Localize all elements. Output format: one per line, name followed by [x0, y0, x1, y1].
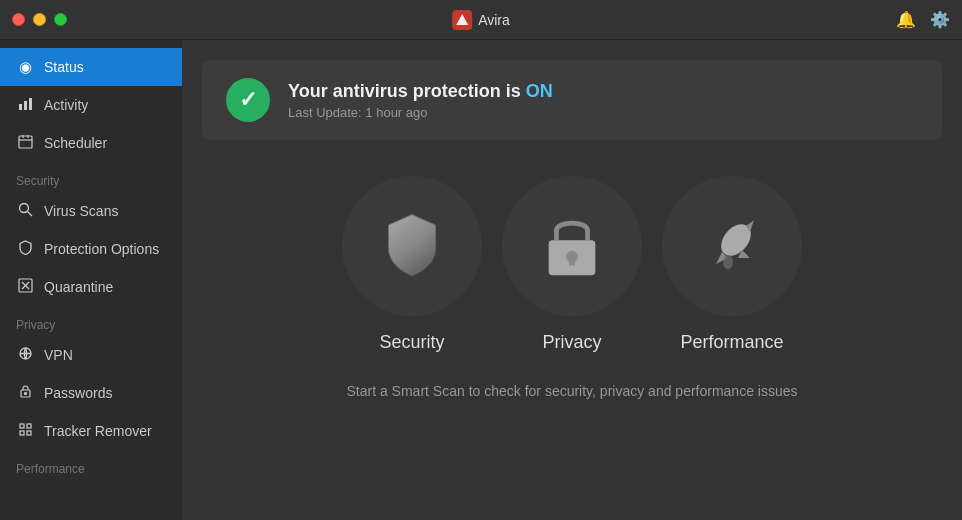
privacy-card[interactable]: Privacy	[502, 176, 642, 353]
status-title: Your antivirus protection is ON	[288, 81, 553, 102]
main-content: Your antivirus protection is ON Last Upd…	[182, 40, 962, 520]
vpn-icon	[16, 346, 34, 364]
performance-card-label: Performance	[680, 332, 783, 353]
performance-card-circle	[662, 176, 802, 316]
svg-rect-1	[24, 101, 27, 110]
security-card-label: Security	[379, 332, 444, 353]
main-layout: ◉ Status Activity S	[0, 40, 962, 520]
window-controls	[12, 13, 67, 26]
passwords-icon	[16, 384, 34, 402]
titlebar-actions: 🔔 ⚙️	[896, 10, 950, 29]
sidebar: ◉ Status Activity S	[0, 40, 182, 520]
svg-line-8	[27, 212, 32, 217]
titlebar: Avira 🔔 ⚙️	[0, 0, 962, 40]
sidebar-item-label: Passwords	[44, 385, 112, 401]
svg-rect-2	[29, 98, 32, 110]
status-banner: Your antivirus protection is ON Last Upd…	[202, 60, 942, 140]
security-card-circle	[342, 176, 482, 316]
tracker-remover-icon	[16, 422, 34, 440]
activity-icon	[16, 96, 34, 114]
sidebar-item-tracker-remover[interactable]: Tracker Remover	[0, 412, 182, 450]
sidebar-item-label: Tracker Remover	[44, 423, 152, 439]
privacy-card-circle	[502, 176, 642, 316]
notification-icon[interactable]: 🔔	[896, 10, 916, 29]
svg-rect-20	[569, 257, 575, 266]
status-icon: ◉	[16, 58, 34, 76]
settings-icon[interactable]: ⚙️	[930, 10, 950, 29]
svg-rect-14	[20, 424, 24, 428]
status-title-prefix: Your antivirus protection is	[288, 81, 526, 101]
protection-options-icon	[16, 240, 34, 258]
sidebar-item-label: Protection Options	[44, 241, 159, 257]
titlebar-center: Avira	[452, 10, 510, 30]
svg-point-13	[24, 393, 26, 395]
quarantine-icon	[16, 278, 34, 296]
security-shield-icon	[377, 211, 447, 281]
scheduler-icon	[16, 134, 34, 152]
sidebar-item-passwords[interactable]: Passwords	[0, 374, 182, 412]
avira-logo-icon	[452, 10, 472, 30]
status-title-on: ON	[526, 81, 553, 101]
svg-rect-16	[27, 424, 31, 428]
sidebar-item-quarantine[interactable]: Quarantine	[0, 268, 182, 306]
sidebar-item-label: Virus Scans	[44, 203, 118, 219]
maximize-button[interactable]	[54, 13, 67, 26]
sidebar-item-virus-scans[interactable]: Virus Scans	[0, 192, 182, 230]
status-text-block: Your antivirus protection is ON Last Upd…	[288, 81, 553, 120]
sidebar-item-label: VPN	[44, 347, 73, 363]
sidebar-item-scheduler[interactable]: Scheduler	[0, 124, 182, 162]
svg-rect-3	[19, 136, 32, 148]
security-card[interactable]: Security	[342, 176, 482, 353]
sidebar-item-label: Quarantine	[44, 279, 113, 295]
virus-scans-icon	[16, 202, 34, 220]
svg-rect-15	[20, 431, 24, 435]
app-title: Avira	[478, 12, 510, 28]
sidebar-item-label: Scheduler	[44, 135, 107, 151]
sidebar-item-status[interactable]: ◉ Status	[0, 48, 182, 86]
security-section-label: Security	[0, 162, 182, 192]
privacy-lock-icon	[542, 211, 602, 281]
smart-scan-text: Start a Smart Scan to check for security…	[202, 379, 942, 403]
svg-point-7	[19, 204, 28, 213]
status-subtitle: Last Update: 1 hour ago	[288, 105, 553, 120]
svg-point-22	[723, 255, 733, 269]
svg-rect-17	[27, 431, 31, 435]
privacy-card-label: Privacy	[542, 332, 601, 353]
status-check-icon	[226, 78, 270, 122]
sidebar-item-protection-options[interactable]: Protection Options	[0, 230, 182, 268]
svg-rect-0	[19, 104, 22, 110]
sidebar-item-activity[interactable]: Activity	[0, 86, 182, 124]
minimize-button[interactable]	[33, 13, 46, 26]
sidebar-item-vpn[interactable]: VPN	[0, 336, 182, 374]
performance-card[interactable]: Performance	[662, 176, 802, 353]
performance-section-label: Performance	[0, 450, 182, 480]
close-button[interactable]	[12, 13, 25, 26]
sidebar-item-label: Status	[44, 59, 84, 75]
sidebar-item-label: Activity	[44, 97, 88, 113]
feature-cards: Security Privacy	[202, 156, 942, 363]
privacy-section-label: Privacy	[0, 306, 182, 336]
performance-rocket-icon	[698, 212, 766, 280]
